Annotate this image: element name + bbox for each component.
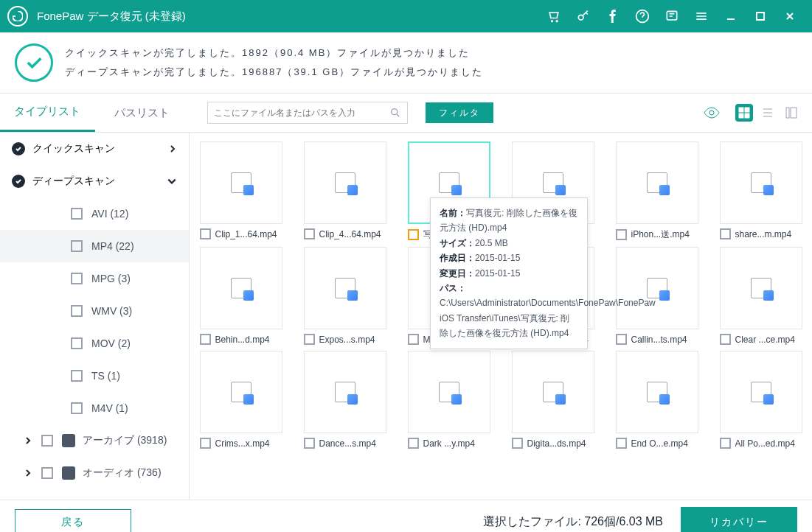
check-circle-icon [15,43,53,82]
file-name: Digita...ds.mp4 [527,438,594,449]
file-item[interactable]: Clear ...ce.mp4 [714,247,808,345]
minimize-icon[interactable] [716,1,746,31]
video-file-icon [231,382,251,402]
sidebar-category-item[interactable]: オーディオ (736) [0,457,189,489]
file-thumbnail[interactable] [512,351,594,433]
checkbox-icon[interactable] [200,334,211,345]
checkbox-icon[interactable] [200,438,211,449]
checkbox-icon[interactable] [71,370,83,382]
sidebar-type-item[interactable]: MPG (3) [0,262,189,295]
file-item[interactable]: Dance...s.mp4 [298,351,392,449]
file-thumbnail[interactable] [616,141,698,224]
back-button[interactable]: 戻る [15,509,131,533]
checkbox-icon[interactable] [304,334,315,345]
view-grid-icon[interactable] [735,104,753,122]
file-item[interactable]: Clip_4...64.mp4 [298,141,392,241]
sidebar-type-item[interactable]: AVI (12) [0,197,189,230]
file-item[interactable]: share...m.mp4 [714,141,808,241]
preview-toggle-icon[interactable] [703,104,721,122]
file-item[interactable]: Clip_1...64.mp4 [194,141,288,241]
file-thumbnail[interactable] [616,351,698,433]
type-label: TS (1) [91,370,120,382]
key-icon[interactable] [569,1,598,31]
sidebar-type-item[interactable]: M4V (1) [0,392,189,424]
file-item[interactable]: Callin...ts.mp4 [610,247,704,345]
file-item[interactable]: Dark ...y.mp4 [402,351,496,449]
file-thumbnail[interactable] [720,351,802,433]
tab-type-list[interactable]: タイプリスト [0,94,95,132]
cart-icon[interactable] [539,1,569,31]
checkbox-icon[interactable] [512,438,523,449]
file-name: End O...e.mp4 [631,438,698,449]
checkbox-icon[interactable] [720,228,731,239]
sidebar-type-item[interactable]: TS (1) [0,360,189,392]
tab-path-list[interactable]: パスリスト [95,94,190,132]
checkbox-icon[interactable] [200,228,211,239]
file-item[interactable]: Expos...s.mp4 [298,247,392,345]
feedback-icon[interactable] [657,1,687,31]
checkbox-icon[interactable] [71,208,83,220]
sidebar-type-item[interactable]: MP4 (22) [0,230,189,262]
svg-rect-8 [739,113,743,118]
file-item[interactable]: iPhon...送.mp4 [610,141,704,241]
checkbox-icon[interactable] [408,229,419,240]
checkbox-icon[interactable] [41,467,53,479]
checkbox-icon[interactable] [408,438,419,449]
view-detail-icon[interactable] [782,104,800,122]
search-icon[interactable] [389,107,401,119]
file-thumbnail[interactable] [200,351,282,433]
facebook-icon[interactable] [598,1,628,31]
video-file-icon [751,278,771,298]
maximize-icon[interactable] [746,1,775,31]
checkbox-icon[interactable] [408,334,419,345]
file-thumbnail[interactable] [720,247,802,329]
close-icon[interactable] [775,1,805,31]
checkbox-icon[interactable] [720,438,731,449]
search-box[interactable] [207,102,408,124]
sidebar-type-item[interactable]: MOV (2) [0,327,189,360]
file-grid-container: Clip_1...64.mp4Clip_4...64.mp4写真復iPhon..… [190,133,812,500]
checkbox-icon[interactable] [41,435,53,447]
file-item[interactable]: Behin...d.mp4 [194,247,288,345]
checkbox-icon[interactable] [71,305,83,317]
sidebar-category-item[interactable]: アーカイブ (3918) [0,424,189,457]
file-name: Behin...d.mp4 [215,335,282,345]
tree-quick-scan[interactable]: クイックスキャン [0,133,189,165]
file-thumbnail[interactable] [200,247,282,329]
checkbox-icon[interactable] [616,334,627,345]
checkbox-icon[interactable] [720,334,731,345]
checkbox-icon[interactable] [71,337,83,349]
file-thumbnail[interactable] [304,247,386,329]
checkbox-icon[interactable] [71,240,83,252]
checkbox-icon[interactable] [304,228,315,239]
checkbox-icon[interactable] [71,402,83,414]
file-item[interactable]: Digita...ds.mp4 [506,351,600,449]
file-thumbnail[interactable] [408,351,490,433]
file-thumbnail[interactable] [304,141,386,224]
file-name: Clip_4...64.mp4 [319,229,386,239]
checkbox-icon[interactable] [616,229,627,240]
tree-deep-scan[interactable]: ディープスキャン [0,165,189,197]
file-item[interactable]: End O...e.mp4 [610,351,704,449]
recover-button[interactable]: リカバリー [681,507,797,533]
video-file-icon [543,382,563,402]
svg-point-4 [392,109,398,115]
checkbox-icon[interactable] [304,438,315,449]
file-thumbnail[interactable] [720,141,802,224]
menu-icon[interactable] [687,1,716,31]
sidebar-type-item[interactable]: WMV (3) [0,295,189,327]
checkbox-icon[interactable] [71,273,83,284]
filter-button[interactable]: フィルタ [426,102,493,123]
help-icon[interactable] [628,1,657,31]
file-item[interactable]: All Po...ed.mp4 [714,351,808,449]
checkbox-icon[interactable] [616,438,627,449]
view-list-icon[interactable] [759,104,777,122]
file-thumbnail[interactable] [304,351,386,433]
type-label: MPG (3) [91,273,131,284]
file-thumbnail[interactable] [200,141,282,224]
search-input[interactable] [214,108,389,118]
svg-rect-11 [791,108,797,118]
file-thumbnail[interactable] [616,247,698,329]
file-item[interactable]: Crims...x.mp4 [194,351,288,449]
svg-rect-10 [786,108,789,118]
